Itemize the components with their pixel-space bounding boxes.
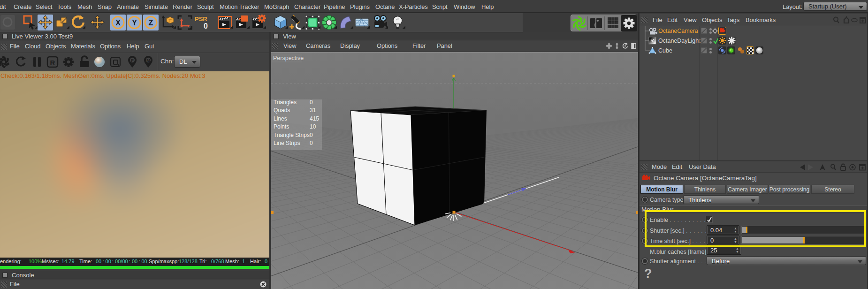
svg-text:0: 0 <box>310 132 313 138</box>
svg-text:31: 31 <box>310 107 316 114</box>
svg-text:Points: Points <box>274 123 289 130</box>
svg-text:Triangles: Triangles <box>274 99 297 106</box>
svg-text:Quads: Quads <box>274 107 290 114</box>
svg-text:M: M <box>146 58 150 63</box>
svg-text:R: R <box>50 59 55 67</box>
svg-text:Line Strips: Line Strips <box>274 140 300 146</box>
svg-text:0: 0 <box>204 22 208 30</box>
svg-text:Y: Y <box>132 19 137 27</box>
svg-text:Perspective: Perspective <box>273 55 304 61</box>
svg-text:Lines: Lines <box>274 115 287 122</box>
svg-text:PSR: PSR <box>195 15 207 23</box>
svg-text:415: 415 <box>310 115 319 122</box>
svg-text:X: X <box>115 19 121 27</box>
svg-text:Triangle Strips: Triangle Strips <box>274 132 310 138</box>
svg-text:0: 0 <box>310 140 313 146</box>
svg-text:0: 0 <box>310 99 313 106</box>
svg-text:F: F <box>131 58 134 63</box>
svg-text:Z: Z <box>149 19 153 27</box>
svg-text:10: 10 <box>310 123 316 130</box>
